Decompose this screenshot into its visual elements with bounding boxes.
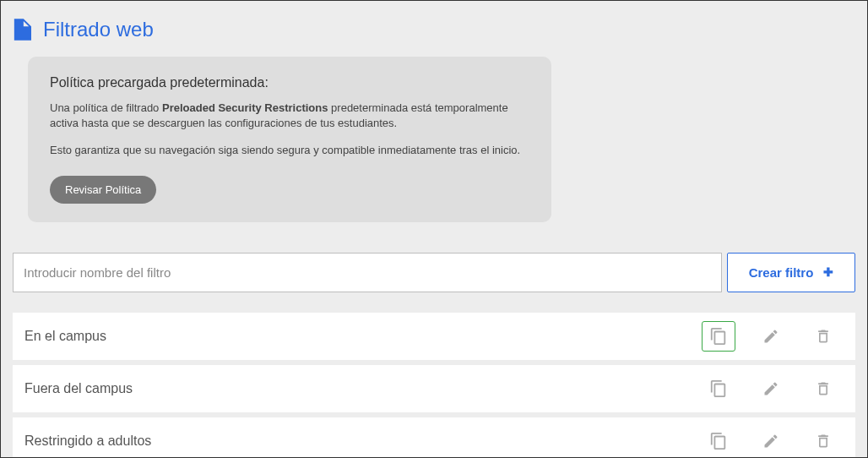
copy-icon[interactable] (702, 426, 735, 456)
copy-icon[interactable] (702, 321, 735, 352)
delete-icon[interactable] (806, 321, 840, 352)
page-title: Filtrado web (43, 18, 154, 41)
preloaded-policy-body-2: Esto garantiza que su navegación siga si… (50, 143, 523, 158)
filter-name: Restringido a adultos (24, 433, 702, 449)
filter-row-actions (702, 426, 840, 456)
create-filter-row: Crear filtro ✚ (13, 253, 855, 292)
edit-icon[interactable] (754, 373, 788, 404)
delete-icon[interactable] (806, 426, 840, 456)
filter-row-actions (702, 373, 840, 404)
create-filter-label: Crear filtro (749, 265, 814, 280)
copy-icon[interactable] (702, 373, 735, 404)
preloaded-policy-body-1: Una política de filtrado Preloaded Secur… (50, 101, 523, 131)
edit-icon[interactable] (754, 321, 788, 352)
preloaded-policy-card: Política precargada predeterminada: Una … (28, 57, 551, 222)
page-header: Filtrado web (13, 18, 855, 41)
filter-row[interactable]: En el campus (13, 313, 855, 360)
filter-name: Fuera del campus (24, 381, 702, 396)
plus-icon: ✚ (823, 265, 833, 279)
filter-name-input[interactable] (13, 253, 722, 292)
review-policy-button[interactable]: Revisar Política (50, 176, 156, 204)
document-icon (13, 19, 31, 41)
filter-row[interactable]: Fuera del campus (13, 365, 855, 412)
info-text-bold: Preloaded Security Restrictions (162, 101, 328, 114)
delete-icon[interactable] (806, 373, 840, 404)
info-text: Una política de filtrado (50, 101, 162, 114)
edit-icon[interactable] (754, 426, 788, 456)
filter-list: En el campusFuera del campusRestringido … (13, 313, 855, 458)
filter-name: En el campus (24, 329, 702, 344)
create-filter-button[interactable]: Crear filtro ✚ (727, 253, 855, 292)
filter-row[interactable]: Restringido a adultos (13, 417, 855, 458)
preloaded-policy-title: Política precargada predeterminada: (50, 75, 529, 90)
filter-row-actions (702, 321, 840, 352)
